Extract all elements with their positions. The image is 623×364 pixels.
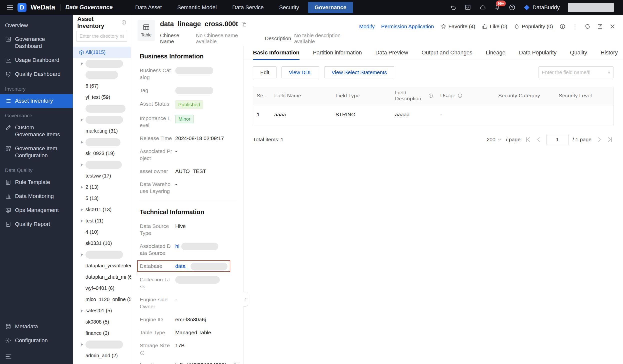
more-vertical-icon[interactable]: [572, 23, 578, 29]
sidebar-collapse-icon[interactable]: [5, 353, 12, 360]
tab-history[interactable]: History: [601, 46, 618, 60]
tree-item[interactable]: marketing (31): [73, 125, 131, 137]
database-link[interactable]: data_: [175, 263, 188, 270]
tree-item[interactable]: dataplan_zhuti_mi (6): [73, 271, 131, 283]
tree-item-redacted[interactable]: [73, 58, 131, 69]
sidebar-item-asset-inventory[interactable]: Asset Inventory: [0, 94, 73, 108]
help-icon[interactable]: [509, 4, 516, 11]
tree-item[interactable]: wyf–0401 (6): [73, 283, 131, 294]
field-search[interactable]: [538, 66, 614, 78]
tree-item[interactable]: satest01 (5): [73, 305, 131, 316]
directory-search-input[interactable]: [80, 33, 124, 39]
search-icon[interactable]: [608, 69, 610, 75]
info-icon[interactable]: [560, 23, 566, 29]
sidebar-item-data-monitoring[interactable]: Data Monitoring: [0, 189, 73, 203]
sidebar-item-overview[interactable]: Overview: [0, 19, 73, 32]
info-icon[interactable]: [428, 93, 433, 98]
tab-quality[interactable]: Quality: [570, 46, 587, 60]
sidebar-item-ops-management[interactable]: Ops Management: [0, 203, 73, 217]
expand-icon[interactable]: [81, 62, 83, 65]
sidebar-item-quality-dashboard[interactable]: Quality Dashboard: [0, 67, 73, 81]
tree-item[interactable]: testww (17): [73, 170, 131, 182]
tree-item[interactable]: sk0911 (13): [73, 204, 131, 215]
tree-item[interactable]: test (11): [73, 215, 131, 226]
sidebar-item-governance-dashboard[interactable]: Governance Dashboard: [0, 32, 73, 53]
page-size-select[interactable]: 200: [487, 137, 502, 143]
task-check-icon[interactable]: [464, 4, 471, 11]
refresh-icon[interactable]: [584, 23, 590, 29]
tree-item[interactable]: mico_1120_online (5): [73, 294, 131, 305]
tree-item-redacted[interactable]: [73, 249, 131, 260]
tab-data-popularity[interactable]: Data Popularity: [519, 46, 556, 60]
view-ddl-button[interactable]: View DDL: [282, 66, 319, 78]
tree-item-redacted[interactable]: [73, 114, 131, 125]
databuddy[interactable]: DataBuddy: [524, 4, 560, 11]
nav-security[interactable]: Security: [273, 2, 306, 13]
tree-item[interactable]: 5 (13): [73, 193, 131, 204]
tree-item[interactable]: 6 (67): [73, 80, 131, 92]
first-page-icon[interactable]: [524, 136, 532, 143]
tree-item-redacted[interactable]: [73, 137, 131, 148]
directory-search[interactable]: [76, 31, 127, 42]
sidebar-item-governance-item-configuration[interactable]: Governance Item Configuration: [0, 142, 73, 163]
tree-item-all[interactable]: All(1815): [73, 47, 131, 58]
nav-data-asset[interactable]: Data Asset: [129, 2, 168, 13]
tree-item[interactable]: sk0331 (10): [73, 238, 131, 249]
cloud-icon[interactable]: [479, 4, 486, 11]
tree-item[interactable]: dataplan_yewufenlei_r: [73, 260, 131, 271]
sidebar-item-usage-dashboard[interactable]: Usage Dashboard: [0, 53, 73, 67]
last-page-icon[interactable]: [606, 136, 614, 143]
expand-icon[interactable]: [81, 118, 83, 121]
tree-item[interactable]: 2 (13): [73, 182, 131, 193]
expand-icon[interactable]: [81, 186, 83, 189]
undo-icon[interactable]: [450, 4, 456, 11]
tree-item[interactable]: yi_test (59): [73, 92, 131, 103]
info-icon[interactable]: [140, 351, 145, 356]
expand-icon[interactable]: [81, 309, 83, 312]
modify-link[interactable]: Modify: [359, 23, 375, 29]
tree-item-redacted[interactable]: [73, 339, 131, 350]
tree-item[interactable]: finance (3): [73, 328, 131, 339]
tab-data-preview[interactable]: Data Preview: [375, 46, 408, 60]
nav-data-service[interactable]: Data Service: [226, 2, 270, 13]
tree-item[interactable]: sk0808 (5): [73, 316, 131, 328]
expand-icon[interactable]: [81, 343, 83, 346]
expand-icon[interactable]: [81, 208, 83, 211]
copy-icon[interactable]: [241, 21, 247, 27]
tab-basic-information[interactable]: Basic Information: [253, 46, 300, 60]
view-select-statements-button[interactable]: View Select Statements: [324, 66, 394, 78]
nav-semantic-model[interactable]: Semantic Model: [171, 2, 223, 13]
prev-page-icon[interactable]: [536, 136, 542, 143]
popularity-button[interactable]: Popularity (0): [514, 23, 553, 29]
tree-item-redacted[interactable]: [73, 103, 131, 114]
menu-icon[interactable]: [6, 4, 14, 11]
table-row[interactable]: 1 aaaa STRING aaaaa -: [253, 104, 613, 125]
data-source-link[interactable]: hi: [175, 243, 179, 250]
expand-icon[interactable]: [81, 219, 83, 222]
sidebar-item-metadata[interactable]: Metadata: [0, 320, 73, 334]
close-icon[interactable]: [610, 23, 616, 29]
nav-governance[interactable]: Governance: [308, 2, 353, 13]
page-number-input[interactable]: [546, 134, 568, 145]
field-search-input[interactable]: [542, 70, 608, 75]
tab-partition-information[interactable]: Partition information: [313, 46, 362, 60]
favorite-button[interactable]: Favorite (4): [440, 23, 475, 29]
tree-item[interactable]: admin_add (2): [73, 350, 131, 361]
open-window-icon[interactable]: [597, 23, 603, 29]
expand-icon[interactable]: [81, 163, 83, 166]
tab-output-and-changes[interactable]: Output and Changes: [422, 46, 472, 60]
notifications[interactable]: 99+: [494, 3, 501, 11]
panel-collapse-handle[interactable]: [243, 292, 248, 307]
wedata-logo[interactable]: D: [18, 3, 26, 12]
expand-icon[interactable]: [81, 253, 83, 256]
info-icon[interactable]: [121, 20, 126, 25]
tree-item-redacted[interactable]: [73, 69, 131, 80]
sidebar-item-custom-governance-items[interactable]: Custom Governance Items: [0, 121, 73, 142]
expand-icon[interactable]: [81, 141, 83, 144]
permission-application-link[interactable]: Permission Application: [381, 23, 434, 29]
sidebar-item-rule-template[interactable]: Rule Template: [0, 175, 73, 189]
tree-item[interactable]: sk_0923 (19): [73, 148, 131, 159]
edit-button[interactable]: Edit: [253, 66, 276, 78]
like-button[interactable]: Like (0): [482, 23, 507, 29]
tree-item-redacted[interactable]: [73, 159, 131, 170]
